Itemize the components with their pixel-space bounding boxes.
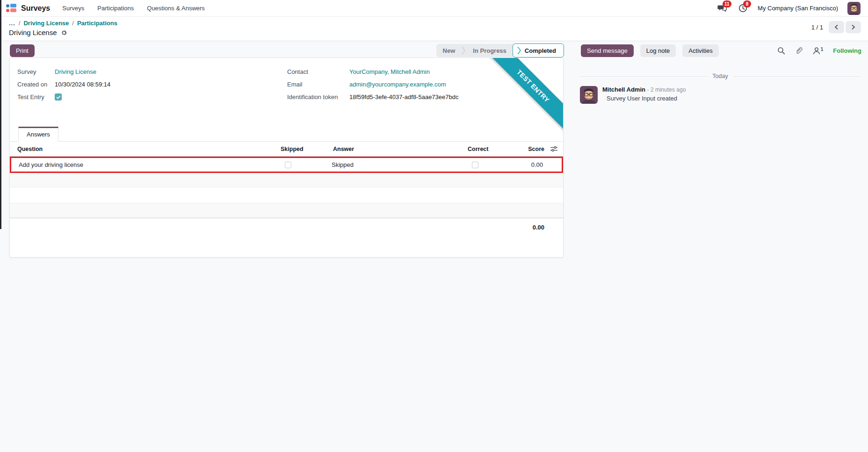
field-label: Contact <box>287 68 349 75</box>
sliders-icon <box>550 146 557 152</box>
menu-participations[interactable]: Participations <box>97 5 134 12</box>
print-button[interactable]: Print <box>10 44 35 57</box>
row-answer: Skipped <box>309 161 454 168</box>
chevron-right-icon <box>851 24 855 30</box>
gear-icon[interactable] <box>61 29 67 36</box>
page-title: Driving License <box>9 29 57 36</box>
created-on-value: 10/30/2024 08:59:14 <box>55 81 110 88</box>
skipped-checkbox[interactable] <box>285 162 291 168</box>
stage-completed-label: Completed <box>525 47 556 54</box>
col-score[interactable]: Score <box>498 146 544 152</box>
stage-new[interactable]: New <box>436 44 462 57</box>
search-icon <box>777 47 785 55</box>
paperclip-icon <box>795 46 803 55</box>
apps-menu-icon[interactable] <box>6 4 16 13</box>
menu-surveys[interactable]: Surveys <box>62 5 84 12</box>
chatter-message: Mitchell Admin - 2 minutes ago Survey Us… <box>580 86 861 104</box>
email-link[interactable]: admin@yourcompany.example.com <box>349 81 446 88</box>
empty-row <box>10 173 563 187</box>
field-label: Test Entry <box>17 93 55 100</box>
activities-badge: 8 <box>743 0 751 7</box>
pager-counter: 1 / 1 <box>811 24 823 31</box>
answer-row-highlighted[interactable]: Add your driving license Skipped 0.00 <box>10 157 563 173</box>
check-icon <box>56 95 61 99</box>
test-entry-checkbox[interactable] <box>55 93 62 100</box>
user-avatar[interactable] <box>847 2 861 15</box>
field-label: Survey <box>17 68 55 75</box>
field-created-on: Created on 10/30/2024 08:59:14 <box>17 78 287 91</box>
field-label: Identification token <box>287 93 349 100</box>
answers-table-footer: 0.00 <box>10 218 563 231</box>
field-email: Email admin@yourcompany.example.com <box>287 78 458 91</box>
pager-next-button[interactable] <box>846 21 861 33</box>
search-messages-button[interactable] <box>777 47 785 55</box>
app-name[interactable]: Surveys <box>21 4 50 13</box>
token-value: 18f59fd5-3efe-4037-adf8-5aae73ee7bdc <box>349 93 458 100</box>
field-test-entry: Test Entry <box>17 91 287 103</box>
optional-columns-button[interactable] <box>544 146 563 152</box>
breadcrumb-separator: / <box>72 20 74 27</box>
field-label: Created on <box>17 81 55 88</box>
messages-icon[interactable]: 11 <box>716 3 728 14</box>
window-edge <box>0 0 1 229</box>
company-switcher[interactable]: My Company (San Francisco) <box>758 5 838 12</box>
col-answer[interactable]: Answer <box>311 146 456 152</box>
follower-person-icon <box>813 47 820 55</box>
answers-table-header: Question Skipped Answer Correct Score <box>10 142 563 157</box>
message-author-avatar[interactable] <box>580 86 598 104</box>
attachments-button[interactable] <box>795 46 803 55</box>
empty-row <box>10 203 563 218</box>
survey-link[interactable]: Driving License <box>55 68 96 75</box>
breadcrumb-current[interactable]: Participations <box>77 20 117 27</box>
breadcrumb: ... / Driving License / Participations <box>9 20 861 27</box>
message-body: Survey User Input created <box>602 95 686 102</box>
stage-separator-icon <box>462 46 465 55</box>
row-question: Add your driving license <box>11 161 267 168</box>
stage-arrow-icon <box>517 46 521 55</box>
chevron-left-icon <box>834 24 839 30</box>
send-message-button[interactable]: Send message <box>581 44 634 57</box>
top-navbar: Surveys Surveys Participations Questions… <box>0 0 868 17</box>
control-panel: Print New In Progress Completed Send mes… <box>0 41 868 60</box>
status-bar: New In Progress Completed <box>436 44 564 57</box>
empty-row <box>10 187 563 203</box>
message-author[interactable]: Mitchell Admin <box>602 86 645 93</box>
notebook-tabs: Answers <box>10 127 563 142</box>
field-survey: Survey Driving License <box>17 65 287 78</box>
following-toggle[interactable]: Following <box>833 47 861 54</box>
activities-clock-icon[interactable]: 8 <box>737 3 748 14</box>
field-label: Email <box>287 81 349 88</box>
message-timestamp: - 2 minutes ago <box>647 86 686 93</box>
content-area: Print New In Progress Completed Send mes… <box>0 41 868 452</box>
stage-completed[interactable]: Completed <box>513 43 564 57</box>
breadcrumb-parent[interactable]: Driving License <box>23 20 69 27</box>
main-menu: Surveys Participations Questions & Answe… <box>62 5 205 12</box>
breadcrumb-ellipsis[interactable]: ... <box>9 20 15 27</box>
follower-count: 1 <box>821 47 824 52</box>
menu-questions-answers[interactable]: Questions & Answers <box>147 5 205 12</box>
total-score: 0.00 <box>498 224 544 231</box>
activities-button[interactable]: Activities <box>682 44 718 57</box>
breadcrumb-zone: ... / Driving License / Participations D… <box>0 17 868 41</box>
col-question[interactable]: Question <box>10 146 268 152</box>
contact-link[interactable]: YourCompany, Mitchell Admin <box>349 68 430 75</box>
followers-button[interactable]: 1 <box>813 47 824 55</box>
stage-in-progress[interactable]: In Progress <box>466 44 513 57</box>
breadcrumb-separator: / <box>19 20 21 27</box>
col-correct[interactable]: Correct <box>456 146 498 152</box>
chatter-panel: Today Mitchell Admin - 2 minutes ago <box>580 73 861 104</box>
pager-previous-button[interactable] <box>829 21 844 33</box>
correct-checkbox[interactable] <box>472 162 478 168</box>
date-divider: Today <box>580 73 861 79</box>
field-identification-token: Identification token 18f59fd5-3efe-4037-… <box>287 91 458 103</box>
log-note-button[interactable]: Log note <box>640 44 676 57</box>
row-score: 0.00 <box>496 161 543 168</box>
tab-answers[interactable]: Answers <box>18 127 58 142</box>
col-skipped[interactable]: Skipped <box>268 146 311 152</box>
messages-badge: 11 <box>723 0 731 7</box>
field-contact: Contact YourCompany, Mitchell Admin <box>287 65 458 78</box>
form-sheet: TEST ENTRY Survey Driving License Create… <box>9 57 564 258</box>
